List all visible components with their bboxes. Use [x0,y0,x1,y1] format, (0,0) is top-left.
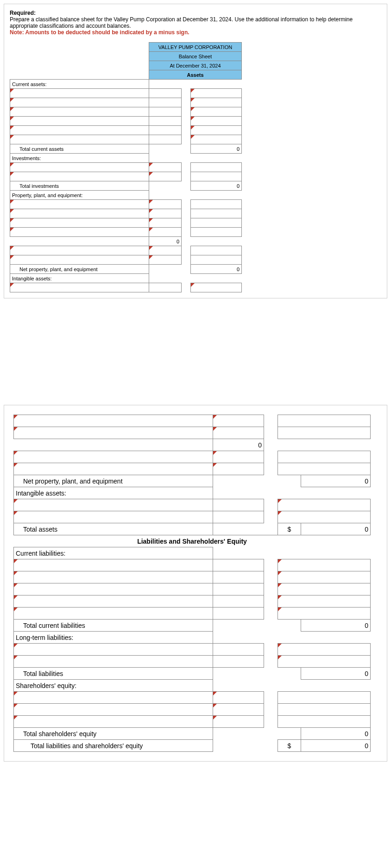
input-se-3-v2[interactable] [278,716,371,728]
input-ca-4-v1[interactable] [149,117,182,126]
input-int-1[interactable] [10,283,149,292]
input-ca-1[interactable] [10,89,149,98]
input-ppe-2-v1[interactable] [149,209,182,218]
input-ca-5-v1[interactable] [149,126,182,135]
input-ca-4-v2[interactable] [191,117,242,126]
input-int2-1-v2[interactable] [278,499,371,511]
input-inv-1-v2[interactable] [191,163,242,172]
input-cl-3-v2[interactable] [278,583,371,595]
input-b-4[interactable] [14,463,213,475]
input-se-1-v2[interactable] [278,692,371,704]
input-ppe-3[interactable] [10,218,149,228]
input-ppe-3-v1[interactable] [149,218,182,228]
input-ppe-6-v1[interactable] [149,255,182,265]
input-cl-4-v1[interactable] [213,595,264,608]
input-cl-1[interactable] [14,559,213,571]
value-ppe-subtotal: 0 [149,237,182,246]
value-total-liabilities: 0 [301,668,371,680]
input-b-1-v2[interactable] [278,415,371,427]
input-int-1-v2[interactable] [191,283,242,292]
input-ca-1-v2[interactable] [191,89,242,98]
input-ppe-2[interactable] [10,209,149,218]
input-ltl-2-v2[interactable] [278,656,371,668]
input-se-2[interactable] [14,704,213,716]
input-b-4-v1[interactable] [213,463,264,475]
input-int2-2[interactable] [14,511,213,523]
input-se-2-v2[interactable] [278,704,371,716]
label-total-lse: Total liabilities and shareholders' equi… [14,740,213,752]
input-int2-2-v2[interactable] [278,511,371,523]
input-ca-5-v2[interactable] [191,126,242,135]
input-ca-1-v1[interactable] [149,89,182,98]
input-ca-2[interactable] [10,98,149,107]
input-cl-2-v2[interactable] [278,571,371,583]
input-se-1[interactable] [14,692,213,704]
input-cl-4-v2[interactable] [278,595,371,608]
input-ca-3[interactable] [10,107,149,117]
input-b-3-v1[interactable] [213,451,264,463]
input-ca-5[interactable] [10,126,149,135]
input-se-3-v1[interactable] [213,716,264,728]
label-total-current-liabilities: Total current liabilities [14,620,213,632]
input-ppe-6-v2[interactable] [191,255,242,265]
input-b-2-v2[interactable] [278,427,371,439]
input-ca-2-v1[interactable] [149,98,182,107]
input-b-3-v2[interactable] [278,451,371,463]
input-ca-4[interactable] [10,117,149,126]
input-int2-1-v1[interactable] [213,499,264,511]
input-cl-2-v1[interactable] [213,571,264,583]
input-ca-6[interactable] [10,135,149,144]
required-heading: Required: [10,10,381,16]
input-inv-1[interactable] [10,163,149,172]
input-ppe-4-v1[interactable] [149,228,182,237]
input-int2-2-v1[interactable] [213,511,264,523]
input-cl-5[interactable] [14,608,213,620]
input-ppe-2-v2[interactable] [191,209,242,218]
input-ppe-5-v2[interactable] [191,246,242,255]
input-se-3[interactable] [14,716,213,728]
input-cl-3-v1[interactable] [213,583,264,595]
input-b-1[interactable] [14,415,213,427]
input-ltl-2[interactable] [14,656,213,668]
input-cl-1-v1[interactable] [213,559,264,571]
input-inv-2[interactable] [10,172,149,181]
input-ppe-5-v1[interactable] [149,246,182,255]
input-ca-3-v2[interactable] [191,107,242,117]
input-ltl-1[interactable] [14,644,213,656]
input-cl-2[interactable] [14,571,213,583]
label-total-liabilities: Total liabilities [14,668,213,680]
input-int2-1[interactable] [14,499,213,511]
input-ppe-1-v1[interactable] [149,200,182,209]
input-inv-1-v1[interactable] [149,163,182,172]
input-ppe-3-v2[interactable] [191,218,242,228]
input-ca-6-v1[interactable] [149,135,182,144]
input-cl-4[interactable] [14,595,213,608]
input-ppe-1-v2[interactable] [191,200,242,209]
input-int-1-v1[interactable] [149,283,182,292]
input-ppe-1[interactable] [10,200,149,209]
input-inv-2-v1[interactable] [149,172,182,181]
input-se-2-v1[interactable] [213,704,264,716]
input-b-2-v1[interactable] [213,427,264,439]
input-inv-2-v2[interactable] [191,172,242,181]
input-b-4-v2[interactable] [278,463,371,475]
input-ppe-6[interactable] [10,255,149,265]
input-ltl-1-v1[interactable] [213,644,264,656]
input-b-3[interactable] [14,451,213,463]
input-ltl-2-v1[interactable] [213,656,264,668]
input-ca-2-v2[interactable] [191,98,242,107]
input-ca-6-v2[interactable] [191,135,242,144]
input-cl-3[interactable] [14,583,213,595]
input-b-1-v1[interactable] [213,415,264,427]
input-ppe-5[interactable] [10,246,149,255]
input-ppe-4-v2[interactable] [191,228,242,237]
input-se-1-v1[interactable] [213,692,264,704]
input-cl-1-v2[interactable] [278,559,371,571]
input-ca-3-v1[interactable] [149,107,182,117]
label-shareholders-equity: Shareholders' equity: [14,680,213,692]
input-b-2[interactable] [14,427,213,439]
input-cl-5-v1[interactable] [213,608,264,620]
input-ltl-1-v2[interactable] [278,644,371,656]
input-cl-5-v2[interactable] [278,608,371,620]
input-ppe-4[interactable] [10,228,149,237]
